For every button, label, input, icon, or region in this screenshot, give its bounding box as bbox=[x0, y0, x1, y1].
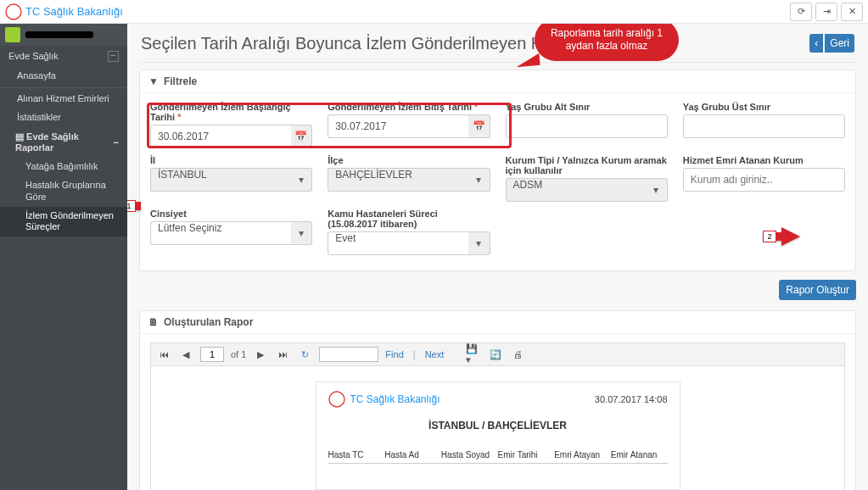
cinsiyet-select[interactable]: Lütfen Seçiniz bbox=[150, 221, 291, 245]
il-select[interactable]: İSTANBUL bbox=[150, 168, 291, 192]
report-location-title: İSTANBUL / BAHÇELİEVLER bbox=[328, 420, 668, 432]
search-report-input[interactable] bbox=[319, 347, 378, 362]
col-emri-atayan: Emri Atayan bbox=[554, 450, 611, 459]
il-label: İl bbox=[150, 155, 312, 165]
back-button[interactable]: Geri bbox=[825, 34, 854, 53]
sidebar-item-label: İzlem Gönderilmeyen Süreçler bbox=[25, 210, 114, 232]
filter-panel-body: Gönderilmeyen İzlem Başlangıç Tarihi * 📅… bbox=[140, 93, 855, 270]
report-page: TC Sağlık Bakanlığı 30.07.2017 14:08 İST… bbox=[316, 381, 680, 490]
start-date-input[interactable] bbox=[150, 125, 291, 148]
brand: TC Sağlık Bakanlığı bbox=[5, 3, 123, 20]
sidebar-item-label: Yatağa Bağımlılık bbox=[25, 161, 98, 171]
col-emir-atanan: Emir Atanan bbox=[611, 450, 668, 459]
cinsiyet-label: Cinsiyet bbox=[150, 209, 312, 219]
close-icon[interactable]: ✕ bbox=[841, 3, 863, 21]
sidebar-item-yataga[interactable]: Yatağa Bağımlılık bbox=[0, 158, 127, 176]
col-hasta-ad: Hasta Ad bbox=[384, 450, 441, 459]
chevron-down-icon[interactable]: ▾ bbox=[291, 221, 313, 245]
content: Seçilen Tarih Aralığı Boyunca İzlem Gönd… bbox=[127, 24, 868, 490]
next-page-button[interactable]: ▶ bbox=[253, 347, 268, 362]
kurum-tipi-select[interactable]: ADSM bbox=[506, 178, 647, 202]
refresh-icon[interactable]: ⟳ bbox=[790, 3, 812, 21]
end-date-input[interactable] bbox=[328, 114, 468, 138]
kurum-label: Hizmet Emri Atanan Kurum bbox=[683, 155, 845, 165]
generated-report-head: 🗎 Oluşturulan Rapor bbox=[140, 311, 855, 334]
filter-icon: ▼ bbox=[148, 75, 159, 87]
sidebar-item-label: Anasayfa bbox=[17, 70, 56, 81]
kurum-input[interactable] bbox=[683, 168, 845, 192]
col-hasta-tc: Hasta TC bbox=[328, 450, 385, 459]
export-button[interactable]: 💾▾ bbox=[466, 347, 481, 362]
report-date: 30.07.2017 14:08 bbox=[595, 394, 668, 404]
svg-point-0 bbox=[6, 4, 21, 19]
ilce-select[interactable]: BAHÇELİEVLER bbox=[328, 168, 468, 192]
filter-heading: Filtrele bbox=[164, 75, 197, 87]
sidebar-item-istatistikler[interactable]: İstatistikler bbox=[0, 109, 127, 127]
first-page-button[interactable]: ⏮ bbox=[156, 347, 171, 362]
svg-point-1 bbox=[329, 392, 344, 407]
prev-page-button[interactable]: ◀ bbox=[178, 347, 193, 362]
next-text[interactable]: Next bbox=[425, 349, 445, 359]
page-number-input[interactable] bbox=[200, 347, 224, 362]
brand-logo-icon bbox=[5, 3, 22, 20]
viewer-page-wrap: TC Sağlık Bakanlığı 30.07.2017 14:08 İST… bbox=[150, 366, 845, 490]
back-arrow-button[interactable]: ‹ bbox=[809, 34, 823, 53]
brand-title: TC Sağlık Bakanlığı bbox=[25, 5, 123, 18]
username-redacted bbox=[25, 31, 93, 38]
page-of-text: of 1 bbox=[231, 349, 246, 359]
report-actions: Rapor Oluştur bbox=[139, 280, 856, 300]
chevron-down-icon[interactable]: ▾ bbox=[468, 231, 490, 255]
start-date-label: Gönderilmeyen İzlem Başlangıç Tarihi * bbox=[150, 102, 312, 122]
sidebar-group-raporlar[interactable]: ▤ Evde Sağlık Raporlar − bbox=[0, 126, 127, 158]
print-button[interactable]: 🖨 bbox=[510, 347, 525, 362]
ilce-label: İlçe bbox=[328, 155, 490, 165]
calendar-icon[interactable]: 📅 bbox=[291, 125, 313, 148]
chevron-down-icon[interactable]: ▾ bbox=[291, 168, 313, 192]
generated-report-title: Oluşturulan Rapor bbox=[164, 316, 253, 328]
minus-icon: − bbox=[114, 137, 119, 148]
sidebar: Evde Sağlık − Anasayfa Alınan Hizmet Emi… bbox=[0, 24, 127, 490]
sidebar-item-label: İstatistikler bbox=[17, 112, 61, 122]
top-actions: ⟳ ⇥ ✕ bbox=[790, 3, 863, 21]
calendar-icon[interactable]: 📅 bbox=[468, 114, 490, 138]
create-report-label: Rapor Oluştur bbox=[786, 284, 849, 296]
report-brand-title: TC Sağlık Bakanlığı bbox=[350, 393, 440, 405]
create-report-button[interactable]: Rapor Oluştur bbox=[779, 280, 856, 300]
minus-icon: − bbox=[108, 51, 119, 62]
page-header: Seçilen Tarih Aralığı Boyunca İzlem Gönd… bbox=[139, 31, 856, 63]
sidebar-item-anasayfa[interactable]: Anasayfa bbox=[0, 67, 127, 86]
refresh-icon[interactable]: 🔄 bbox=[488, 347, 503, 362]
generated-report-panel: 🗎 Oluşturulan Rapor ⏮ ◀ of 1 ▶ ⏭ ↻ Find … bbox=[139, 310, 856, 490]
back-label: Geri bbox=[830, 37, 849, 49]
kamu-label: Kamu Hastaneleri Süreci (15.08.2017 itib… bbox=[328, 209, 490, 229]
last-page-button[interactable]: ⏭ bbox=[275, 347, 290, 362]
age-min-input[interactable] bbox=[506, 114, 668, 138]
chevron-left-icon: ‹ bbox=[815, 37, 818, 49]
pipe: | bbox=[411, 349, 418, 359]
filter-panel: ▼ Filtrele Gönderilmeyen İzlem Başlangıç… bbox=[139, 70, 856, 271]
sidebar-item-alinan-hizmet[interactable]: Alınan Hizmet Emirleri bbox=[0, 90, 127, 109]
age-max-label: Yaş Grubu Üst Sınır bbox=[683, 102, 845, 112]
user-block bbox=[0, 24, 127, 46]
avatar bbox=[5, 27, 20, 42]
chevron-down-icon[interactable]: ▾ bbox=[646, 178, 668, 202]
brand-logo-icon bbox=[328, 391, 345, 408]
sidebar-item-hastalik[interactable]: Hastalık Gruplarına Göre bbox=[0, 176, 127, 207]
sidebar-item-label: Hastalık Gruplarına Göre bbox=[25, 180, 106, 202]
sidebar-item-label: Evde Sağlık bbox=[8, 51, 59, 62]
topbar: TC Sağlık Bakanlığı ⟳ ⇥ ✕ bbox=[0, 0, 868, 24]
back-button-group: ‹ Geri bbox=[809, 34, 854, 53]
kamu-select[interactable]: Evet bbox=[328, 231, 468, 255]
report-viewer: ⏮ ◀ of 1 ▶ ⏭ ↻ Find | Next 💾▾ 🔄 🖨 bbox=[140, 334, 855, 490]
refresh-report-button[interactable]: ↻ bbox=[297, 347, 312, 362]
sidebar-item-label: Evde Sağlık Raporlar bbox=[15, 131, 79, 153]
end-date-label: Gönderilmeyen İzlem Bitiş Tarihi * bbox=[328, 102, 490, 112]
report-table-header: Hasta TC Hasta Ad Hasta Soyad Emir Tarih… bbox=[328, 450, 668, 464]
age-max-input[interactable] bbox=[683, 114, 845, 138]
find-text[interactable]: Find bbox=[385, 349, 403, 359]
sidebar-item-evde-saglik[interactable]: Evde Sağlık − bbox=[0, 46, 127, 67]
sidebar-item-izlem-gonderilmeyen[interactable]: İzlem Gönderilmeyen Süreçler bbox=[0, 207, 127, 237]
age-min-label: Yaş Grubu Alt Sınır bbox=[506, 102, 668, 112]
chevron-down-icon[interactable]: ▾ bbox=[468, 168, 490, 192]
logout-icon[interactable]: ⇥ bbox=[815, 3, 837, 21]
